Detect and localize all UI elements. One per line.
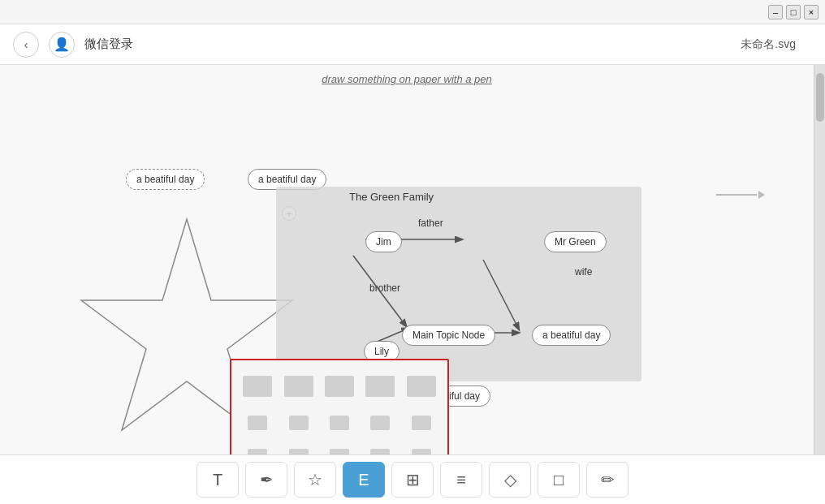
close-button[interactable]: × [804, 5, 819, 19]
toolbar-lines-button[interactable]: ≡ [440, 462, 482, 498]
template-cell-13[interactable] [330, 449, 349, 454]
node-abd-right[interactable]: a beatiful day [532, 325, 611, 346]
node-main-topic[interactable]: Main Topic Node [402, 325, 495, 346]
template-popup[interactable] [230, 359, 449, 454]
family-title: The Green Family [349, 191, 434, 203]
toolbar-text-button[interactable]: T [197, 462, 239, 498]
scrollbar-vertical[interactable] [814, 65, 825, 454]
diagram-background [276, 187, 641, 381]
template-cell-15[interactable] [412, 449, 431, 454]
label-wife: wife [575, 266, 592, 278]
template-cell-14[interactable] [370, 449, 390, 454]
filename-label: 未命名.svg [741, 37, 812, 52]
toolbar-table-button[interactable]: ⊞ [391, 462, 434, 498]
minimize-button[interactable]: – [768, 5, 783, 19]
header-title: 微信登录 [84, 37, 133, 52]
template-cell-6[interactable] [248, 416, 267, 430]
node-button-label: E [358, 471, 369, 489]
node-abd-dashed[interactable]: a beatiful day [126, 169, 205, 190]
template-cell-3[interactable] [325, 376, 354, 397]
toolbar-pencil-button[interactable]: ✏ [586, 462, 628, 498]
arrow-head [758, 191, 765, 199]
toolbar: T ✒ ☆ E ⊞ ≡ ◇ □ ✏ [0, 454, 825, 504]
template-cell-4[interactable] [365, 376, 395, 397]
scrollbar-thumb-vertical[interactable] [816, 73, 824, 122]
maximize-button[interactable]: □ [786, 5, 801, 19]
arrow-right [716, 191, 765, 199]
toolbar-star-button[interactable]: ☆ [294, 462, 336, 498]
toolbar-drop-button[interactable]: ◇ [489, 462, 531, 498]
template-cell-10[interactable] [412, 416, 431, 430]
toolbar-node-button[interactable]: E [343, 462, 385, 498]
user-avatar[interactable]: 👤 [49, 32, 75, 58]
template-cell-8[interactable] [330, 416, 349, 430]
template-cell-12[interactable] [289, 449, 309, 454]
template-cell-7[interactable] [289, 416, 309, 430]
canvas-paper[interactable]: draw something on paper with a pen a bea… [0, 65, 814, 454]
titlebar: – □ × [0, 0, 825, 24]
template-cell-1[interactable] [243, 376, 272, 397]
canvas-area: draw something on paper with a pen a bea… [0, 65, 825, 454]
toolbar-pen-button[interactable]: ✒ [245, 462, 287, 498]
template-cell-11[interactable] [248, 449, 267, 454]
draw-link[interactable]: draw something on paper with a pen [322, 73, 492, 85]
template-cell-2[interactable] [284, 376, 313, 397]
header: ‹ 👤 微信登录 未命名.svg [0, 24, 825, 65]
template-cell-9[interactable] [370, 416, 390, 430]
back-button[interactable]: ‹ [13, 32, 39, 58]
toolbar-rect-button[interactable]: □ [538, 462, 580, 498]
node-jim[interactable]: Jim [365, 231, 402, 252]
template-cell-5[interactable] [407, 376, 436, 397]
node-mrgreen[interactable]: Mr Green [544, 231, 607, 252]
label-father: father [418, 218, 443, 229]
arrow-line [716, 194, 757, 196]
label-brother: brother [369, 282, 400, 294]
